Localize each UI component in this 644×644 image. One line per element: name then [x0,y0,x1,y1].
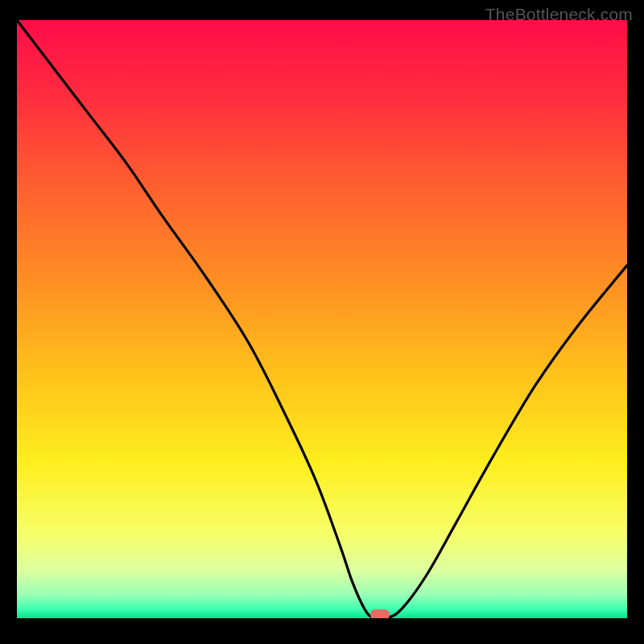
chart-container: TheBottleneck.com [0,0,644,644]
plot-frame [17,20,627,618]
gradient-background [17,20,627,618]
optimum-marker [370,609,390,618]
plot-svg [17,20,627,618]
watermark-text: TheBottleneck.com [485,5,633,24]
